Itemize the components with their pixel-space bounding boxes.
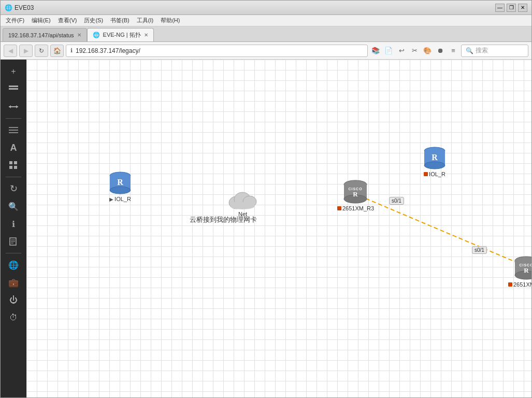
back-button[interactable]: ◀ — [4, 45, 17, 57]
tab-api-status-close[interactable]: ✕ — [77, 32, 81, 38]
reading-mode-icon[interactable]: 📄 — [383, 45, 394, 57]
svg-rect-0 — [9, 86, 18, 87]
svg-rect-8 — [9, 161, 12, 164]
maximize-button[interactable]: ❐ — [507, 4, 516, 12]
title-bar-left: 🌐 EVE03 — [5, 4, 34, 11]
sidebar-divider-1 — [6, 118, 21, 119]
close-button[interactable]: ✕ — [518, 4, 527, 12]
iface-s0-1-r3: s0/1 — [389, 197, 404, 205]
url-info-icon: ℹ — [70, 47, 73, 54]
sidebar-refresh[interactable]: ↻ — [4, 181, 23, 196]
menu-tools[interactable]: 工具(I) — [134, 16, 156, 25]
tab-topology-close[interactable]: ✕ — [144, 32, 148, 38]
node-cisco-r3[interactable]: CISCO R 2651XM_R3 — [337, 178, 374, 211]
menu-bar: 文件(F) 编辑(E) 查看(V) 历史(S) 书签(B) 工具(I) 帮助(H… — [1, 16, 185, 25]
node-iol-r1[interactable]: R ▶ IOL_R — [107, 168, 134, 202]
forward-button[interactable]: ▶ — [19, 45, 33, 57]
window-title: EVE03 — [15, 4, 34, 11]
cisco-router-icon-r3: CISCO R — [341, 178, 370, 205]
tab-api-status[interactable]: 192.168.37.147/api/status ✕ — [3, 28, 87, 41]
menu-bookmarks[interactable]: 书签(B) — [107, 16, 133, 25]
svg-marker-3 — [16, 105, 18, 108]
node-net[interactable]: Net — [226, 188, 260, 217]
cisco-router-icon-r4: CISCO R — [512, 254, 531, 281]
node-cisco-r3-label: 2651XM_R3 — [342, 205, 374, 211]
sidebar-zoom[interactable]: 🔍 — [4, 198, 23, 214]
svg-text:R: R — [524, 266, 529, 274]
url-text: 192.168.37.147/legacy/ — [76, 47, 140, 54]
sidebar-globe[interactable]: 🌐 — [4, 257, 23, 273]
sidebar-info[interactable]: ℹ — [4, 216, 23, 232]
svg-text:R: R — [353, 190, 358, 198]
sidebar-divider-2 — [6, 177, 21, 177]
theme-icon[interactable]: 🎨 — [422, 45, 433, 57]
record-icon[interactable]: ⏺ — [435, 45, 446, 57]
svg-rect-9 — [14, 161, 17, 164]
sidebar-notes[interactable] — [4, 234, 23, 249]
node-iol-r-top-status-row: IOL_R — [424, 171, 445, 177]
nav-bar: ◀ ▶ ↻ 🏠 ℹ 192.168.37.147/legacy/ 📚 📄 ↩ ✂… — [1, 42, 531, 60]
svg-marker-4 — [9, 105, 11, 108]
reload-button[interactable]: ↻ — [35, 45, 48, 57]
nav-extra-buttons: 📚 📄 ↩ ✂ 🎨 ⏺ ≡ — [370, 45, 459, 57]
node-iol-r-top-label: IOL_R — [429, 171, 445, 177]
node-cisco-r4-status-row: 2651XM_R4 — [508, 281, 531, 288]
sidebar-add[interactable]: + — [4, 64, 23, 79]
search-box[interactable]: 🔍 搜索 — [461, 45, 528, 57]
minimize-button[interactable]: — — [495, 4, 505, 12]
node-iol-r1-status-row: ▶ IOL_R — [109, 196, 131, 202]
node-iol-r1-label: IOL_R — [114, 196, 131, 202]
svg-rect-11 — [14, 166, 17, 169]
tab-favicon: 🌐 — [5, 4, 12, 11]
url-bar[interactable]: ℹ 192.168.37.147/legacy/ — [66, 45, 368, 57]
sidebar-divider-3 — [6, 253, 21, 253]
iol-router-icon-top: R — [421, 144, 448, 170]
menu-edit[interactable]: 编辑(E) — [28, 16, 54, 25]
tab-topology-label: EVE-NG | 拓扑 — [103, 31, 141, 39]
menu-icon[interactable]: ≡ — [448, 45, 459, 57]
browser-window: 🌐 EVE03 — ❐ ✕ 文件(F) 编辑(E) 查看(V) 历史(S) 书签… — [0, 0, 532, 398]
cloud-icon — [226, 188, 260, 211]
tab-topology[interactable]: 🌐 EVE-NG | 拓扑 ✕ — [87, 28, 154, 41]
svg-rect-10 — [9, 166, 12, 169]
connections-svg — [26, 60, 531, 397]
sidebar-layers[interactable] — [4, 81, 23, 97]
sidebar-list[interactable] — [4, 122, 23, 138]
sidebar: + A ↻ 🔍 ℹ 🌐 💼 ⏻ — [1, 60, 26, 397]
annotation-cloud: 云桥接到我的物理网卡 — [190, 215, 257, 224]
sidebar-briefcase[interactable]: 💼 — [4, 275, 23, 290]
sidebar-power[interactable]: ⏻ — [4, 292, 23, 308]
svg-text:R: R — [117, 178, 123, 187]
tab-topology-icon: 🌐 — [93, 32, 100, 38]
node-cisco-r4-label: 2651XM_R4 — [513, 281, 531, 288]
topology-canvas: s0/1 s0/1 R ▶ IOL_R — [26, 60, 531, 397]
sidebar-grid[interactable] — [4, 158, 23, 173]
sidebar-connections[interactable] — [4, 99, 23, 115]
bookmarks-list-icon[interactable]: 📚 — [370, 45, 381, 57]
svg-point-18 — [110, 187, 131, 194]
menu-history[interactable]: 历史(S) — [81, 16, 106, 25]
node-cisco-r4[interactable]: CISCO R 2651XM_R4 — [508, 254, 531, 288]
main-area: + A ↻ 🔍 ℹ 🌐 💼 ⏻ — [1, 60, 531, 397]
tab-bar: 192.168.37.147/api/status ✕ 🌐 EVE-NG | 拓… — [1, 26, 531, 42]
title-bar-controls[interactable]: — ❐ ✕ — [495, 4, 527, 12]
menu-file[interactable]: 文件(F) — [3, 16, 27, 25]
menu-help[interactable]: 帮助(H) — [157, 16, 183, 25]
svg-point-33 — [424, 162, 445, 169]
node-cisco-r3-status-row: 2651XM_R3 — [337, 205, 374, 211]
svg-text:R: R — [432, 153, 438, 162]
iface-s0-1-r4: s0/1 — [472, 246, 487, 254]
menu-view[interactable]: 查看(V) — [55, 16, 80, 25]
connection-r3-r4 — [366, 198, 521, 264]
node-iol-r-top[interactable]: R IOL_R — [421, 144, 448, 177]
title-bar: 🌐 EVE03 — ❐ ✕ — [1, 1, 531, 15]
sidebar-text[interactable]: A — [4, 140, 23, 155]
iol-router-icon-left: R — [107, 168, 134, 195]
svg-rect-1 — [9, 88, 18, 90]
screenshot-icon[interactable]: ✂ — [409, 45, 420, 57]
undo-icon[interactable]: ↩ — [396, 45, 407, 57]
sidebar-clock[interactable]: ⏱ — [4, 310, 23, 325]
home-button[interactable]: 🏠 — [50, 45, 64, 57]
search-icon: 🔍 — [466, 47, 473, 54]
tab-api-status-label: 192.168.37.147/api/status — [8, 32, 74, 38]
